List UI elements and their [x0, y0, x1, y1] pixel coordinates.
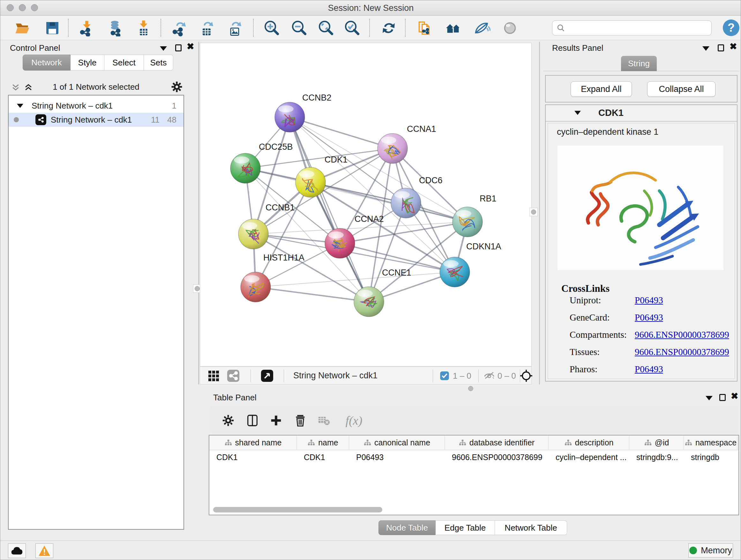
tab-node-table[interactable]: Node Table [379, 520, 435, 535]
collapse-panel-icon[interactable] [160, 46, 167, 51]
protein-node-hist1h1a[interactable]: HIST1H1A [241, 253, 305, 302]
right-splitter-handle[interactable] [529, 208, 538, 216]
copy-style-icon[interactable] [414, 18, 434, 38]
memory-button[interactable]: Memory [688, 543, 733, 557]
network-options-gear-icon[interactable] [171, 81, 183, 94]
refresh-icon[interactable] [379, 18, 399, 38]
network-row-selected[interactable]: String Network – cdk1 11 48 [9, 113, 184, 127]
network-edge[interactable] [290, 117, 393, 148]
network-name: String Network – cdk1 [51, 115, 132, 125]
function-builder-icon[interactable]: f(x) [340, 412, 368, 429]
tab-select[interactable]: Select [105, 55, 144, 71]
import-network-database-icon[interactable] [106, 18, 125, 38]
node-gloss-highlight [242, 222, 257, 229]
crosslink-link[interactable]: P06493 [635, 295, 663, 305]
network-edge[interactable] [311, 182, 468, 222]
protein-node-ccnb2[interactable]: CCNB2 [275, 93, 332, 132]
crosslink-link[interactable]: P06493 [635, 312, 663, 322]
protein-node-ccne1[interactable]: CCNE1 [354, 268, 411, 317]
table-horizontal-scrollbar[interactable] [211, 507, 737, 513]
tab-edge-table[interactable]: Edge Table [435, 520, 495, 535]
tab-network[interactable]: Network [23, 55, 71, 71]
table-cell[interactable]: 9606.ENSP00000378699 [445, 450, 549, 464]
zoom-selected-icon[interactable] [342, 18, 362, 38]
float-panel-icon[interactable] [718, 44, 724, 51]
protein-node-cdkn1a[interactable]: CDKN1A [440, 242, 501, 287]
tree-expand-icon[interactable] [17, 104, 23, 108]
table-options-gear-icon[interactable] [219, 412, 237, 429]
network-collection-row[interactable]: String Network – cdk1 1 [9, 99, 184, 113]
network-edge[interactable] [256, 287, 369, 302]
left-splitter[interactable] [198, 42, 199, 384]
grid-view-icon[interactable] [206, 369, 220, 383]
float-panel-icon[interactable] [175, 44, 182, 51]
zoom-in-icon[interactable] [262, 18, 282, 38]
help-icon[interactable]: ? [723, 19, 739, 36]
close-panel-icon[interactable]: ✖ [187, 43, 194, 50]
show-graphics-details-icon[interactable] [500, 18, 520, 38]
crosslink-link[interactable]: 9606.ENSP00000378699 [635, 329, 729, 340]
collapse-card-icon[interactable] [575, 111, 581, 115]
column-header-canonical-name[interactable]: canonical name [349, 435, 445, 450]
open-in-window-icon[interactable] [260, 369, 274, 383]
hide-graphics-icon[interactable] [472, 18, 492, 38]
import-network-file-icon[interactable] [77, 18, 97, 38]
birds-eye-crosshair-icon[interactable] [519, 369, 533, 383]
search-box[interactable] [552, 20, 712, 36]
table-row[interactable]: CDK1CDK1P064939606.ENSP00000378699cyclin… [209, 450, 738, 464]
table-cell[interactable]: stringdb [684, 450, 738, 464]
show-column-icon[interactable] [244, 412, 261, 429]
delete-column-icon[interactable] [292, 412, 309, 429]
network-canvas[interactable]: CCNB2CCNA1CDC25BCDK1CDC6RB1CCNB1CCNA2CDK… [200, 43, 532, 367]
column-header-shared-name[interactable]: shared name [209, 435, 297, 450]
float-panel-icon[interactable] [719, 394, 726, 401]
column-header-name[interactable]: name [297, 435, 349, 450]
protein-card-header[interactable]: CDK1 [546, 105, 737, 122]
browser-home-icon[interactable] [443, 18, 463, 38]
warning-icon[interactable] [36, 543, 53, 558]
search-icon [556, 23, 566, 33]
protein-node-rb1[interactable]: RB1 [453, 194, 496, 237]
column-header-database-identifier[interactable]: database identifier [445, 435, 549, 450]
table-cell[interactable]: cyclin–dependent ... [549, 450, 629, 464]
table-cell[interactable]: stringdb:9... [629, 450, 684, 464]
column-header--id[interactable]: @id [629, 435, 684, 450]
selected-checkbox-icon[interactable] [439, 369, 450, 383]
tab-network-table[interactable]: Network Table [495, 520, 567, 535]
zoom-out-icon[interactable] [289, 18, 309, 38]
hidden-eye-icon[interactable] [482, 369, 496, 383]
column-header-namespace[interactable]: namespace [684, 435, 738, 450]
delete-table-icon[interactable] [315, 412, 333, 429]
save-session-icon[interactable] [43, 18, 62, 38]
close-panel-icon[interactable]: ✖ [731, 393, 738, 400]
open-session-icon[interactable] [12, 18, 32, 38]
right-splitter[interactable] [539, 42, 540, 384]
tab-sets[interactable]: Sets [144, 55, 173, 71]
crosslink-link[interactable]: 9606.ENSP00000378699 [635, 347, 729, 357]
close-panel-icon[interactable]: ✖ [730, 43, 737, 50]
export-network-icon[interactable] [170, 18, 189, 38]
network-edge[interactable] [290, 117, 369, 302]
expand-all-button[interactable]: Expand All [570, 81, 632, 97]
tab-style[interactable]: Style [71, 55, 105, 71]
collapse-panel-icon[interactable] [702, 46, 710, 51]
import-table-icon[interactable] [134, 18, 153, 38]
tab-string[interactable]: String [621, 56, 657, 71]
column-header-description[interactable]: description [549, 435, 629, 450]
table-cell[interactable]: CDK1 [297, 450, 349, 464]
collapse-all-button[interactable]: Collapse All [647, 81, 716, 97]
create-column-icon[interactable] [267, 412, 285, 429]
memory-label: Memory [701, 546, 732, 556]
crosslink-link[interactable]: P06493 [635, 364, 663, 374]
protein-node-ccna1[interactable]: CCNA1 [378, 124, 436, 164]
search-input[interactable] [566, 23, 706, 33]
collapse-panel-icon[interactable] [705, 396, 713, 400]
share-view-icon[interactable] [226, 369, 240, 383]
table-cell[interactable]: CDK1 [209, 450, 297, 464]
zoom-fit-icon[interactable] [316, 18, 336, 38]
export-table-icon[interactable] [197, 18, 217, 38]
cloud-icon[interactable] [8, 543, 26, 558]
scrollbar-thumb[interactable] [213, 507, 382, 512]
export-image-icon[interactable] [225, 18, 245, 38]
table-cell[interactable]: P06493 [349, 450, 445, 464]
